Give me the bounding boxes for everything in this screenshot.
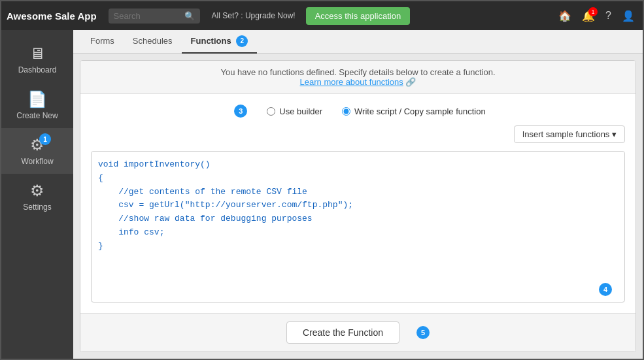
- sidebar-item-create-new[interactable]: 📄 Create New: [1, 82, 73, 128]
- code-editor-wrapper: void importInventory() { //get contents …: [91, 151, 625, 303]
- write-script-label: Write script / Copy sample function: [354, 106, 486, 116]
- sidebar-label-create-new: Create New: [16, 111, 58, 120]
- sidebar: 🖥 Dashboard 📄 Create New 1 ⚙ Workflow ⚙ …: [1, 30, 73, 359]
- dashboard-icon: 🖥: [29, 44, 45, 63]
- functions-tab-badge: 2: [236, 35, 248, 47]
- tabs-bar: Forms Schedules Functions 2: [73, 30, 643, 54]
- info-bar-text: You have no functions defined. Specify d…: [87, 67, 629, 77]
- home-button[interactable]: 🏠: [556, 7, 574, 25]
- annotation-4: 4: [599, 283, 612, 296]
- tab-functions[interactable]: Functions 2: [182, 30, 258, 54]
- settings-icon: ⚙: [30, 182, 44, 200]
- annotation-5: 5: [416, 326, 430, 339]
- tab-schedules[interactable]: Schedules: [124, 31, 182, 52]
- notification-badge: 1: [588, 7, 598, 16]
- create-new-icon: 📄: [27, 90, 47, 108]
- external-link-icon: 🔗: [405, 77, 416, 87]
- use-builder-radio[interactable]: [267, 107, 275, 116]
- annotation-3: 3: [234, 105, 247, 118]
- sidebar-item-dashboard[interactable]: 🖥 Dashboard: [1, 37, 73, 82]
- tab-forms[interactable]: Forms: [81, 31, 124, 52]
- main-panel: You have no functions defined. Specify d…: [80, 60, 636, 352]
- write-script-option[interactable]: Write script / Copy sample function: [342, 106, 486, 116]
- sidebar-label-dashboard: Dashboard: [18, 65, 57, 74]
- write-script-radio[interactable]: [342, 107, 350, 116]
- access-application-button[interactable]: Access this application: [306, 7, 411, 25]
- insert-sample-functions-button[interactable]: Insert sample functions: [514, 125, 625, 143]
- use-builder-option[interactable]: Use builder: [267, 106, 322, 116]
- notifications-button[interactable]: 🔔 1: [579, 7, 598, 25]
- help-button[interactable]: ?: [603, 7, 614, 24]
- search-input[interactable]: [114, 11, 180, 21]
- use-builder-label: Use builder: [279, 106, 322, 116]
- create-function-button[interactable]: Create the Function: [286, 321, 399, 344]
- search-icon: 🔍: [184, 11, 195, 21]
- info-bar: You have no functions defined. Specify d…: [80, 61, 636, 94]
- code-editor[interactable]: void importInventory() { //get contents …: [91, 151, 625, 303]
- form-area: 3 Use builder Write script / Copy sample…: [80, 94, 636, 313]
- main-layout: 🖥 Dashboard 📄 Create New 1 ⚙ Workflow ⚙ …: [1, 30, 643, 359]
- app-title: Awesome Sale App: [7, 10, 97, 22]
- sidebar-item-workflow[interactable]: 1 ⚙ Workflow: [1, 128, 73, 174]
- learn-more-link[interactable]: Learn more about functions: [300, 77, 403, 87]
- top-nav: Awesome Sale App 🔍 All Set? : Upgrade No…: [1, 1, 643, 30]
- workflow-badge: 1: [39, 133, 51, 145]
- nav-icons: 🏠 🔔 1 ? 👤: [556, 7, 637, 25]
- radio-options-row: 3 Use builder Write script / Copy sample…: [91, 105, 625, 118]
- insert-btn-row: Insert sample functions: [91, 125, 625, 143]
- user-button[interactable]: 👤: [619, 7, 637, 25]
- sidebar-label-settings: Settings: [23, 203, 51, 212]
- content-area: Forms Schedules Functions 2 You have no …: [73, 30, 643, 359]
- panel-footer: Create the Function 5: [80, 313, 636, 352]
- sidebar-item-settings[interactable]: ⚙ Settings: [1, 174, 73, 220]
- upgrade-text: All Set? : Upgrade Now!: [212, 11, 296, 20]
- sidebar-label-workflow: Workflow: [21, 157, 53, 166]
- search-box[interactable]: 🔍: [109, 8, 200, 24]
